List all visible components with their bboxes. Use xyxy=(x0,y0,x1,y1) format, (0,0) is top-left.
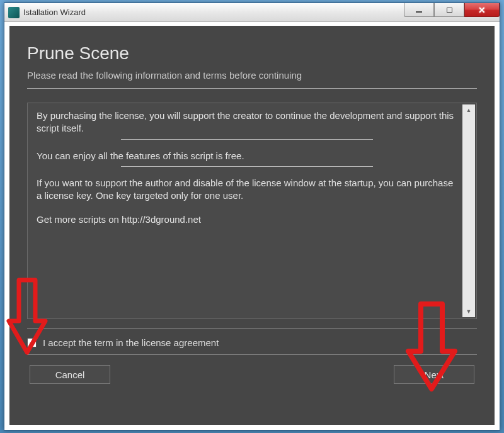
license-divider xyxy=(121,139,373,140)
divider xyxy=(27,88,477,89)
license-text-box[interactable]: By purchasing the license, you will supp… xyxy=(27,103,477,319)
divider xyxy=(27,328,477,329)
license-paragraph: If you want to support the author and di… xyxy=(37,177,457,203)
wizard-content: Prune Scene Please read the following in… xyxy=(9,26,495,425)
minimize-icon xyxy=(416,11,422,13)
cancel-button[interactable]: Cancel xyxy=(30,365,110,384)
close-icon: ✕ xyxy=(478,5,486,15)
divider xyxy=(27,354,477,355)
app-icon xyxy=(8,7,20,18)
accept-row: ✔ I accept the term in the license agree… xyxy=(27,337,477,348)
next-button[interactable]: Next xyxy=(394,365,474,384)
license-divider xyxy=(121,166,373,167)
license-paragraph: You can enjoy all the features of this s… xyxy=(37,150,457,162)
scroll-down-icon[interactable]: ▼ xyxy=(462,306,475,317)
page-subheading: Please read the following information an… xyxy=(27,70,477,81)
page-heading: Prune Scene xyxy=(27,43,477,64)
titlebar[interactable]: Istallation Wizard ✕ xyxy=(4,3,500,22)
maximize-icon xyxy=(447,8,452,13)
maximize-button[interactable] xyxy=(434,3,464,17)
minimize-button[interactable] xyxy=(404,3,434,17)
installer-window: Istallation Wizard ✕ Prune Scene Please … xyxy=(4,3,500,430)
window-title: Istallation Wizard xyxy=(23,8,86,17)
scrollbar[interactable]: ▲ ▼ xyxy=(462,104,475,317)
license-paragraph: By purchasing the license, you will supp… xyxy=(37,110,457,135)
window-controls: ✕ xyxy=(404,3,500,18)
license-paragraph: Get more scripts on http://3dground.net xyxy=(37,213,457,226)
accept-label: I accept the term in the license agreeme… xyxy=(43,337,219,348)
close-button[interactable]: ✕ xyxy=(464,3,500,17)
scroll-up-icon[interactable]: ▲ xyxy=(462,104,475,116)
button-row: Cancel Next xyxy=(27,365,477,384)
accept-checkbox[interactable]: ✔ xyxy=(27,338,37,347)
